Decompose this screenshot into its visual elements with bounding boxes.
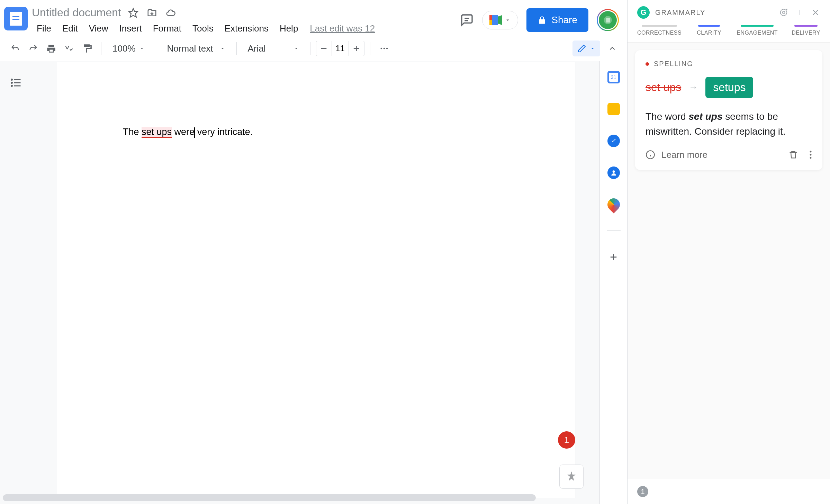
- grammarly-logo-icon[interactable]: G: [637, 6, 650, 19]
- document-title[interactable]: Untitled document: [32, 6, 121, 19]
- goals-icon[interactable]: [779, 8, 788, 17]
- tasks-app-icon[interactable]: [607, 135, 620, 147]
- style-value: Normal text: [167, 43, 213, 54]
- document-page[interactable]: The set ups were very intricate.: [57, 62, 576, 498]
- svg-point-25: [810, 154, 812, 156]
- font-size-control: − +: [316, 41, 364, 56]
- svg-rect-5: [492, 15, 498, 25]
- undo-button[interactable]: [7, 40, 24, 57]
- document-scroll-area[interactable]: The set ups were very intricate. 1: [33, 61, 599, 504]
- arrow-icon: →: [689, 82, 698, 93]
- meet-button[interactable]: [482, 11, 518, 29]
- suggestion-description: The word set ups seems to be miswritten.…: [646, 109, 812, 139]
- calendar-app-icon[interactable]: [607, 71, 620, 83]
- old-word: set ups: [646, 81, 681, 94]
- trash-icon[interactable]: [788, 150, 798, 160]
- tab-clarity[interactable]: CLARITY: [695, 25, 723, 42]
- cloud-icon[interactable]: [165, 8, 176, 18]
- svg-point-11: [386, 48, 388, 50]
- title-bar: Untitled document File: [0, 0, 627, 36]
- header-separator: |: [799, 9, 800, 16]
- learn-more-link[interactable]: Learn more: [661, 150, 707, 160]
- svg-marker-0: [129, 8, 137, 17]
- add-app-icon[interactable]: +: [610, 250, 617, 264]
- grammarly-tabs: CORRECTNESS CLARITY ENGAGEMENT DELIVERY: [628, 25, 830, 43]
- spelling-error-word[interactable]: set ups: [142, 127, 172, 138]
- menu-format[interactable]: Format: [148, 21, 186, 36]
- svg-marker-8: [606, 18, 610, 22]
- svg-point-17: [11, 86, 12, 87]
- grammarly-panel: G GRAMMARLY | CORRECTNESS CLARITY ENGAGE…: [627, 0, 830, 504]
- svg-point-19: [781, 9, 787, 16]
- spellcheck-button[interactable]: [61, 40, 78, 57]
- svg-point-16: [11, 82, 12, 83]
- paint-format-button[interactable]: [79, 40, 96, 57]
- zoom-value: 100%: [112, 43, 136, 54]
- close-icon[interactable]: [811, 8, 820, 17]
- explore-button[interactable]: [559, 465, 584, 489]
- suggestion-category: SPELLING: [654, 60, 693, 68]
- font-value: Arial: [248, 43, 266, 54]
- last-edit-link[interactable]: Last edit was 12: [310, 23, 375, 34]
- suggestion-card: SPELLING set ups → setups The word set u…: [635, 50, 822, 170]
- doc-text-after: very intricate.: [195, 127, 253, 137]
- red-dot-icon: [646, 62, 649, 66]
- zoom-dropdown[interactable]: 100%: [107, 40, 150, 57]
- tab-delivery[interactable]: DELIVERY: [792, 25, 820, 42]
- tab-correctness[interactable]: CORRECTNESS: [637, 25, 682, 42]
- svg-point-24: [810, 151, 812, 153]
- docs-logo[interactable]: [4, 7, 28, 30]
- svg-point-9: [380, 48, 382, 50]
- editing-mode-button[interactable]: [572, 40, 600, 56]
- doc-text-mid: were: [172, 127, 195, 137]
- comment-history-icon[interactable]: [460, 13, 474, 27]
- menu-bar: File Edit View Insert Format Tools Exten…: [32, 21, 456, 36]
- menu-insert[interactable]: Insert: [115, 21, 147, 36]
- svg-rect-4: [489, 20, 492, 25]
- print-button[interactable]: [43, 40, 60, 57]
- menu-view[interactable]: View: [84, 21, 113, 36]
- svg-rect-3: [489, 15, 492, 20]
- tab-engagement[interactable]: ENGAGEMENT: [737, 25, 778, 42]
- svg-point-10: [383, 48, 385, 50]
- share-label: Share: [551, 15, 577, 26]
- info-icon: [646, 150, 655, 160]
- svg-point-20: [782, 11, 785, 14]
- suggestion-count-badge[interactable]: 1: [558, 431, 575, 449]
- svg-point-15: [11, 79, 12, 80]
- font-size-increase[interactable]: +: [349, 42, 364, 55]
- font-dropdown[interactable]: Arial: [242, 40, 305, 57]
- side-apps-panel: +: [599, 61, 627, 504]
- svg-point-26: [810, 157, 812, 159]
- menu-tools[interactable]: Tools: [188, 21, 218, 36]
- keep-app-icon[interactable]: [607, 103, 620, 115]
- outline-icon[interactable]: [10, 76, 24, 90]
- issue-count-badge[interactable]: 1: [637, 486, 648, 497]
- font-size-decrease[interactable]: −: [316, 42, 332, 55]
- collapse-toolbar-icon[interactable]: [604, 40, 620, 56]
- toolbar: 100% Normal text Arial − +: [0, 36, 627, 61]
- menu-edit[interactable]: Edit: [57, 21, 83, 36]
- user-avatar[interactable]: [597, 9, 619, 31]
- apps-divider: [607, 230, 621, 231]
- font-size-input[interactable]: [332, 41, 349, 56]
- contacts-app-icon[interactable]: [607, 166, 620, 179]
- menu-file[interactable]: File: [32, 21, 56, 36]
- menu-extensions[interactable]: Extensions: [220, 21, 273, 36]
- menu-help[interactable]: Help: [275, 21, 303, 36]
- apply-suggestion-button[interactable]: setups: [705, 77, 753, 98]
- svg-marker-6: [498, 15, 502, 25]
- share-button[interactable]: Share: [526, 8, 588, 32]
- maps-app-icon[interactable]: [605, 196, 622, 214]
- more-icon[interactable]: [376, 40, 393, 57]
- doc-text-before: The: [123, 127, 142, 137]
- grammarly-title: GRAMMARLY: [655, 9, 705, 17]
- star-icon[interactable]: [128, 8, 138, 18]
- horizontal-scrollbar[interactable]: [3, 494, 536, 501]
- svg-point-18: [612, 170, 615, 173]
- more-options-icon[interactable]: [809, 150, 812, 160]
- move-icon[interactable]: [147, 8, 157, 18]
- style-dropdown[interactable]: Normal text: [162, 40, 231, 57]
- redo-button[interactable]: [25, 40, 42, 57]
